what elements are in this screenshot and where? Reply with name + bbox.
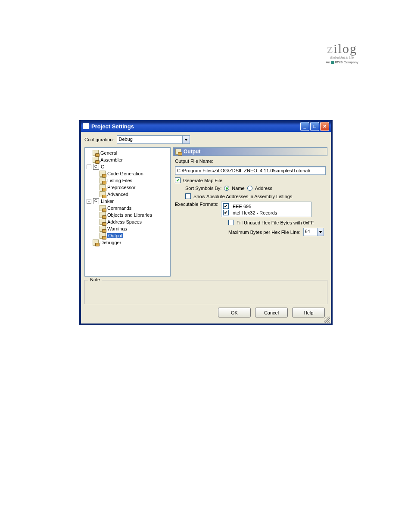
section-header: Output bbox=[173, 147, 327, 156]
configuration-select[interactable]: Debug bbox=[117, 135, 190, 144]
check-icon: ✔ bbox=[223, 210, 229, 215]
tree-item-addrspaces[interactable]: Address Spaces bbox=[86, 218, 169, 225]
logo-company: An IXYS Company bbox=[316, 60, 368, 64]
tree-item-warnings[interactable]: Warnings bbox=[86, 225, 169, 232]
ok-button[interactable]: OK bbox=[218, 308, 251, 317]
output-file-label: Output File Name: bbox=[175, 159, 326, 164]
collapse-icon[interactable]: - bbox=[87, 199, 91, 204]
page-icon bbox=[100, 226, 106, 232]
close-button[interactable]: ✕ bbox=[320, 122, 329, 131]
tree-item-c[interactable]: - C bbox=[86, 163, 169, 170]
page-icon bbox=[100, 233, 106, 239]
tree-item-preproc[interactable]: Preprocessor bbox=[86, 184, 169, 191]
page-icon bbox=[93, 150, 99, 156]
project-settings-dialog: Project Settings _ □ ✕ Configuration: De… bbox=[80, 121, 332, 325]
folder-icon bbox=[93, 164, 99, 170]
generate-map-checkbox[interactable]: ✔ Generate Map File bbox=[175, 177, 326, 183]
logo-tagline: Embedded in Life bbox=[316, 56, 368, 59]
output-file-input[interactable] bbox=[175, 166, 326, 175]
page-icon bbox=[100, 184, 106, 190]
ixys-icon bbox=[331, 61, 334, 64]
check-icon bbox=[228, 220, 234, 225]
fill-ff-checkbox[interactable]: Fill Unused Hex File Bytes with 0xFF bbox=[175, 220, 326, 225]
help-button[interactable]: Help bbox=[292, 308, 325, 317]
page-icon bbox=[100, 212, 106, 218]
max-bytes-select[interactable]: 64 bbox=[303, 228, 324, 236]
output-panel: Output Output File Name: ✔ Generate Map … bbox=[173, 147, 327, 277]
note-group: Note bbox=[84, 280, 327, 304]
page-icon bbox=[175, 149, 181, 155]
sort-address-radio[interactable] bbox=[247, 186, 252, 191]
page-icon bbox=[93, 157, 99, 163]
logo-text: zilog bbox=[316, 41, 368, 56]
tree-item-listing[interactable]: Listing Files bbox=[86, 177, 169, 184]
tree-item-general[interactable]: General bbox=[86, 149, 169, 156]
sort-symbols-label: Sort Symbols By: bbox=[185, 186, 221, 191]
titlebar[interactable]: Project Settings _ □ ✕ bbox=[81, 121, 331, 132]
window-icon bbox=[83, 123, 89, 129]
check-icon bbox=[185, 193, 191, 199]
page-icon bbox=[93, 240, 99, 246]
folder-icon bbox=[93, 198, 99, 204]
tree-item-commands[interactable]: Commands bbox=[86, 205, 169, 212]
sort-name-radio[interactable] bbox=[224, 186, 229, 191]
tree-item-linker[interactable]: - Linker bbox=[86, 198, 169, 205]
window-title: Project Settings bbox=[91, 123, 134, 130]
configuration-value: Debug bbox=[117, 136, 182, 143]
cancel-button[interactable]: Cancel bbox=[255, 308, 288, 317]
resize-grip-icon[interactable] bbox=[324, 317, 330, 323]
page-icon bbox=[100, 205, 106, 211]
collapse-icon[interactable]: - bbox=[87, 165, 91, 169]
tree-item-debugger[interactable]: Debugger bbox=[86, 239, 169, 246]
settings-tree[interactable]: General Assembler - C Code Generation bbox=[84, 147, 171, 277]
maximize-button[interactable]: □ bbox=[310, 122, 319, 131]
show-absolute-checkbox[interactable]: Show Absolute Addresses in Assembly List… bbox=[175, 193, 326, 199]
check-icon: ✔ bbox=[175, 177, 181, 183]
page-icon bbox=[100, 171, 106, 177]
brand-logo: zilog Embedded in Life An IXYS Company bbox=[316, 41, 368, 64]
tree-item-advanced[interactable]: Advanced bbox=[86, 191, 169, 198]
exec-formats-listbox[interactable]: ✔ IEEE 695 ✔ Intel Hex32 - Records bbox=[221, 202, 311, 217]
tree-item-codegen[interactable]: Code Generation bbox=[86, 170, 169, 177]
exec-formats-label: Executable Formats: bbox=[175, 202, 218, 207]
note-legend: Note bbox=[88, 277, 102, 282]
minimize-button[interactable]: _ bbox=[300, 122, 309, 131]
chevron-down-icon[interactable] bbox=[182, 136, 190, 143]
section-title: Output bbox=[184, 149, 200, 155]
check-icon: ✔ bbox=[223, 203, 229, 209]
page-icon bbox=[100, 191, 106, 197]
tree-item-objlib[interactable]: Objects and Libraries bbox=[86, 212, 169, 218]
max-bytes-label: Maximum Bytes per Hex File Line: bbox=[228, 230, 301, 235]
tree-item-assembler[interactable]: Assembler bbox=[86, 156, 169, 163]
page-icon bbox=[100, 177, 106, 184]
ieee695-checkbox[interactable]: ✔ IEEE 695 bbox=[223, 203, 309, 209]
intelhex32-checkbox[interactable]: ✔ Intel Hex32 - Records bbox=[223, 209, 309, 216]
page-icon bbox=[100, 219, 106, 225]
chevron-down-icon[interactable] bbox=[317, 228, 324, 236]
configuration-label: Configuration: bbox=[84, 137, 114, 142]
tree-item-output[interactable]: Output bbox=[86, 232, 169, 239]
